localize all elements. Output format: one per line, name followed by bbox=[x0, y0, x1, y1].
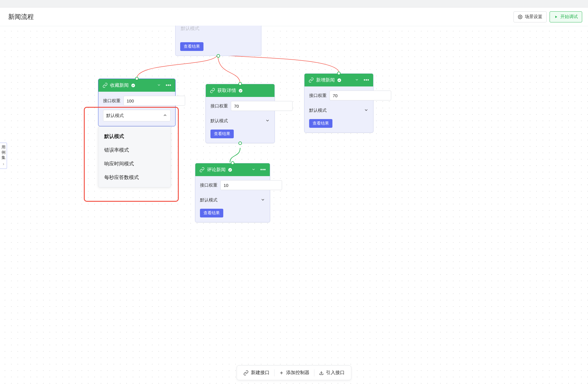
dropdown-item-default[interactable]: 默认模式 bbox=[98, 130, 171, 143]
mode-dropdown[interactable]: 默认模式 错误率模式 响应时间模式 每秒应答数模式 bbox=[98, 126, 171, 187]
more-icon[interactable]: ••• bbox=[362, 77, 370, 83]
start-debug-button[interactable]: 开始调试 bbox=[550, 11, 582, 22]
mode-label: 默认模式 bbox=[210, 118, 228, 124]
bottom-toolbar: 新建接口 添加控制器 引入接口 bbox=[237, 365, 351, 380]
handle-bottom[interactable] bbox=[217, 54, 220, 58]
view-result-button[interactable]: 查看结果 bbox=[210, 130, 234, 138]
weight-input[interactable] bbox=[123, 96, 185, 106]
mode-label: 默认模式 bbox=[200, 197, 217, 203]
add-controller-label: 添加控制器 bbox=[286, 370, 309, 376]
view-result-button[interactable]: 查看结果 bbox=[180, 42, 203, 51]
weight-input[interactable] bbox=[220, 180, 282, 190]
page-title: 新闻流程 bbox=[8, 13, 34, 21]
more-icon[interactable]: ••• bbox=[164, 82, 172, 88]
chevron-down-icon bbox=[265, 118, 270, 124]
chevron-down-icon[interactable] bbox=[250, 167, 257, 173]
separator bbox=[314, 369, 314, 376]
weight-label: 接口权重 bbox=[210, 103, 228, 109]
dropdown-item-rps[interactable]: 每秒应答数模式 bbox=[98, 171, 171, 184]
check-circle-icon bbox=[337, 78, 341, 82]
scene-settings-label: 场景设置 bbox=[525, 14, 542, 20]
node-header[interactable]: 获取详情 bbox=[206, 84, 274, 97]
import-api-button[interactable]: 引入接口 bbox=[315, 367, 349, 378]
view-result-button[interactable]: 查看结果 bbox=[200, 209, 223, 217]
scene-settings-button[interactable]: 场景设置 bbox=[513, 11, 547, 22]
mode-select[interactable]: 默认模式 bbox=[309, 105, 369, 116]
download-icon bbox=[319, 371, 324, 375]
start-debug-label: 开始调试 bbox=[560, 14, 578, 20]
connection-wires bbox=[0, 26, 588, 386]
chevron-down-icon bbox=[261, 197, 265, 203]
handle-top[interactable] bbox=[231, 161, 234, 165]
handle-top[interactable] bbox=[238, 82, 242, 86]
import-api-label: 引入接口 bbox=[326, 370, 345, 376]
new-api-label: 新建接口 bbox=[251, 370, 270, 376]
node-header[interactable]: 评论新闻 ••• bbox=[195, 163, 270, 176]
sidebar-toggle-testcase[interactable]: 用 例 集 bbox=[0, 143, 7, 169]
node-header[interactable]: 新增新闻 ••• bbox=[304, 74, 373, 86]
api-icon bbox=[102, 83, 108, 88]
node-header[interactable]: 收藏新闻 ••• bbox=[98, 79, 175, 92]
node-get-detail[interactable]: 获取详情 接口权重 默认模式 查看结果 bbox=[206, 84, 275, 143]
node-add-news[interactable]: 新增新闻 ••• 接口权重 默认模式 查看结果 bbox=[304, 73, 373, 133]
node-title: 新增新闻 bbox=[316, 77, 351, 83]
plus-icon bbox=[279, 371, 284, 375]
weight-label: 接口权重 bbox=[103, 98, 121, 104]
play-icon bbox=[554, 15, 558, 19]
weight-input[interactable] bbox=[330, 91, 391, 100]
weight-label: 接口权重 bbox=[309, 93, 327, 98]
weight-input[interactable] bbox=[231, 101, 293, 111]
check-circle-icon bbox=[238, 88, 243, 93]
node-comment-news[interactable]: 评论新闻 ••• 接口权重 默认模式 查看结果 bbox=[195, 163, 270, 222]
api-icon bbox=[309, 77, 314, 83]
add-controller-button[interactable]: 添加控制器 bbox=[275, 367, 314, 378]
chevron-down-icon[interactable] bbox=[354, 77, 360, 83]
separator bbox=[274, 369, 274, 376]
chevron-up-icon bbox=[163, 113, 167, 118]
chevron-down-icon[interactable] bbox=[156, 82, 162, 88]
view-result-button[interactable]: 查看结果 bbox=[309, 119, 332, 128]
flow-canvas[interactable]: 默认模式 查看结果 用 例 集 收藏新闻 ••• 接口权重 bbox=[0, 26, 588, 386]
dropdown-item-response-time[interactable]: 响应时间模式 bbox=[98, 157, 171, 171]
chevron-right-icon bbox=[1, 162, 6, 167]
new-api-button[interactable]: 新建接口 bbox=[239, 367, 274, 378]
api-icon bbox=[199, 167, 205, 172]
side-tab-char2: 例 bbox=[1, 150, 6, 155]
mode-select[interactable]: 默认模式 bbox=[210, 115, 270, 127]
handle-bottom[interactable] bbox=[238, 141, 242, 145]
node-title: 评论新闻 bbox=[207, 167, 248, 173]
check-circle-icon bbox=[131, 83, 135, 88]
mode-label: 默认模式 bbox=[181, 26, 256, 32]
node-title: 获取详情 bbox=[217, 88, 272, 94]
more-icon[interactable]: ••• bbox=[259, 167, 267, 173]
check-circle-icon bbox=[228, 168, 232, 172]
api-icon bbox=[243, 370, 249, 376]
node-top-truncated[interactable]: 默认模式 查看结果 bbox=[175, 26, 261, 56]
weight-label: 接口权重 bbox=[200, 183, 217, 188]
handle-top[interactable] bbox=[135, 77, 139, 80]
side-tab-char1: 用 bbox=[1, 145, 6, 150]
node-title: 收藏新闻 bbox=[110, 82, 153, 88]
mode-select[interactable]: 默认模式 bbox=[200, 194, 265, 206]
api-icon bbox=[210, 88, 215, 93]
mode-select[interactable]: 默认模式 bbox=[103, 110, 171, 121]
chevron-down-icon bbox=[364, 108, 369, 113]
svg-point-0 bbox=[520, 16, 521, 17]
page-header: 新闻流程 场景设置 开始调试 bbox=[0, 8, 588, 26]
side-tab-char3: 集 bbox=[1, 155, 6, 160]
mode-label: 默认模式 bbox=[309, 108, 327, 113]
node-favorite-news[interactable]: 收藏新闻 ••• 接口权重 默认模式 bbox=[98, 79, 176, 126]
gear-icon bbox=[518, 15, 523, 19]
window-strip bbox=[0, 0, 588, 8]
dropdown-item-error-rate[interactable]: 错误率模式 bbox=[98, 143, 171, 157]
mode-label: 默认模式 bbox=[106, 113, 124, 118]
handle-top[interactable] bbox=[337, 72, 341, 75]
